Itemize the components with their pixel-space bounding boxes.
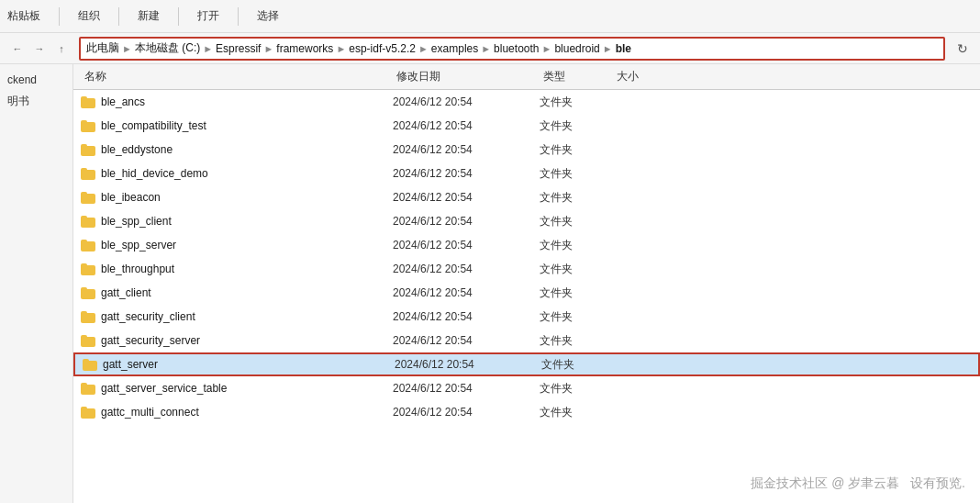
file-list[interactable]: ble_ancs 2024/6/12 20:54 文件夹 ble_compati… [73, 90, 980, 503]
file-name-cell: ble_hid_device_demo [81, 166, 393, 181]
address-bar: ← → ↑ 此电脑 ► 本地磁盘 (C:) ► Espressif ► fram… [0, 33, 980, 64]
file-type-cell: 文件夹 [540, 333, 613, 349]
forward-button[interactable]: → [29, 39, 50, 59]
file-date-cell: 2024/6/12 20:54 [393, 167, 540, 180]
col-header-date[interactable]: 修改日期 [393, 69, 540, 84]
breadcrumb-sep-4: ► [418, 43, 429, 54]
nav-buttons: ← → ↑ [7, 39, 72, 59]
back-button[interactable]: ← [7, 39, 28, 59]
file-date-cell: 2024/6/12 20:54 [393, 406, 540, 419]
sidebar-item-backend[interactable]: ckend [4, 72, 69, 88]
file-name-text: ble_ancs [101, 95, 145, 108]
main-area: ckend 明书 名称 修改日期 类型 大小 ble_ancs 2024/6/1… [0, 64, 980, 503]
column-headers: 名称 修改日期 类型 大小 [73, 64, 980, 90]
table-row[interactable]: ble_eddystone 2024/6/12 20:54 文件夹 [73, 138, 980, 162]
sidebar-item-manual[interactable]: 明书 [4, 92, 69, 111]
col-header-type[interactable]: 类型 [540, 69, 613, 84]
toolbar-clipboard-label: 粘贴板 [7, 8, 40, 24]
file-name-text: gatt_client [101, 286, 151, 299]
breadcrumb-bluedroid[interactable]: bluedroid [554, 42, 599, 55]
file-name-cell: gatt_server_service_table [81, 381, 393, 396]
file-date-cell: 2024/6/12 20:54 [393, 334, 540, 347]
file-name-cell: gatt_security_client [81, 309, 393, 324]
file-name-text: gatt_security_client [101, 310, 195, 323]
toolbar: 粘贴板 组织 新建 打开 选择 [0, 0, 980, 33]
breadcrumb-examples[interactable]: examples [431, 42, 478, 55]
file-name-text: ble_spp_client [101, 215, 172, 228]
table-row[interactable]: gattc_multi_connect 2024/6/12 20:54 文件夹 [73, 400, 980, 424]
file-type-cell: 文件夹 [540, 309, 613, 325]
toolbar-new: 新建 [138, 8, 160, 24]
file-type-cell: 文件夹 [541, 357, 615, 373]
file-name-cell: ble_ancs [81, 95, 393, 109]
table-row[interactable]: gatt_server 2024/6/12 20:54 文件夹 [73, 352, 980, 376]
file-type-cell: 文件夹 [540, 238, 613, 253]
table-row[interactable]: gatt_security_server 2024/6/12 20:54 文件夹 [73, 329, 980, 352]
breadcrumb-sep-6: ► [542, 43, 552, 54]
table-row[interactable]: ble_ibeacon 2024/6/12 20:54 文件夹 [73, 185, 980, 209]
table-row[interactable]: ble_hid_device_demo 2024/6/12 20:54 文件夹 [73, 162, 980, 185]
file-date-cell: 2024/6/12 20:54 [393, 215, 540, 228]
table-row[interactable]: gatt_security_client 2024/6/12 20:54 文件夹 [73, 305, 980, 329]
breadcrumb-bar[interactable]: 此电脑 ► 本地磁盘 (C:) ► Espressif ► frameworks… [79, 37, 945, 61]
file-date-cell: 2024/6/12 20:54 [393, 382, 540, 395]
breadcrumb-sep-3: ► [336, 43, 346, 54]
file-name-cell: ble_eddystone [81, 142, 393, 157]
breadcrumb-computer[interactable]: 此电脑 [86, 40, 119, 56]
file-type-cell: 文件夹 [540, 214, 613, 229]
toolbar-open: 打开 [197, 8, 219, 24]
file-type-cell: 文件夹 [540, 190, 613, 206]
table-row[interactable]: ble_throughput 2024/6/12 20:54 文件夹 [73, 257, 980, 281]
toolbar-separator-1 [59, 7, 60, 26]
table-row[interactable]: ble_spp_client 2024/6/12 20:54 文件夹 [73, 209, 980, 233]
file-name-cell: gatt_security_server [81, 333, 393, 348]
file-type-cell: 文件夹 [540, 285, 613, 301]
file-date-cell: 2024/6/12 20:54 [393, 95, 540, 108]
file-type-cell: 文件夹 [540, 405, 613, 420]
toolbar-select: 选择 [257, 8, 279, 24]
file-date-cell: 2024/6/12 20:54 [393, 191, 540, 204]
toolbar-organize-label: 组织 [78, 8, 100, 24]
table-row[interactable]: gatt_server_service_table 2024/6/12 20:5… [73, 376, 980, 400]
file-date-cell: 2024/6/12 20:54 [393, 143, 540, 156]
file-type-cell: 文件夹 [540, 142, 613, 158]
table-row[interactable]: gatt_client 2024/6/12 20:54 文件夹 [73, 281, 980, 305]
breadcrumb-bluetooth[interactable]: bluetooth [494, 42, 539, 55]
breadcrumb-sep-5: ► [481, 43, 491, 54]
file-name-text: ble_compatibility_test [101, 119, 206, 132]
file-area: 名称 修改日期 类型 大小 ble_ancs 2024/6/12 20:54 文… [73, 64, 980, 503]
file-name-cell: gatt_server [83, 357, 395, 372]
toolbar-separator-4 [238, 7, 239, 26]
file-date-cell: 2024/6/12 20:54 [393, 119, 540, 132]
file-explorer-window: 粘贴板 组织 新建 打开 选择 ← → ↑ 此电脑 ► 本地磁盘 (C:) ► [0, 0, 980, 503]
file-name-cell: ble_ibeacon [81, 190, 393, 205]
toolbar-select-label: 选择 [257, 8, 279, 24]
file-name-cell: gatt_client [81, 285, 393, 300]
file-type-cell: 文件夹 [540, 95, 613, 110]
file-date-cell: 2024/6/12 20:54 [393, 239, 540, 252]
breadcrumb-drive[interactable]: 本地磁盘 (C:) [135, 40, 200, 56]
file-date-cell: 2024/6/12 20:54 [393, 286, 540, 299]
file-name-text: gatt_security_server [101, 334, 200, 347]
col-header-size[interactable]: 大小 [613, 69, 686, 84]
table-row[interactable]: ble_ancs 2024/6/12 20:54 文件夹 [73, 90, 980, 114]
breadcrumb-esp-idf[interactable]: esp-idf-v5.2.2 [349, 42, 416, 55]
breadcrumb-espressif[interactable]: Espressif [216, 42, 261, 55]
breadcrumb-ble[interactable]: ble [616, 42, 631, 55]
breadcrumb-sep-1: ► [203, 43, 213, 54]
table-row[interactable]: ble_spp_server 2024/6/12 20:54 文件夹 [73, 233, 980, 257]
toolbar-organize: 组织 [78, 8, 100, 24]
file-name-text: ble_spp_server [101, 239, 176, 252]
table-row[interactable]: ble_compatibility_test 2024/6/12 20:54 文… [73, 114, 980, 138]
file-date-cell: 2024/6/12 20:54 [393, 310, 540, 323]
file-name-cell: ble_spp_client [81, 214, 393, 229]
file-name-cell: ble_compatibility_test [81, 118, 393, 133]
file-name-text: ble_ibeacon [101, 191, 161, 204]
file-name-text: ble_hid_device_demo [101, 167, 208, 180]
breadcrumb-sep-7: ► [603, 43, 613, 54]
up-button[interactable]: ↑ [51, 39, 72, 59]
toolbar-new-label: 新建 [138, 8, 160, 24]
refresh-button[interactable]: ↻ [952, 39, 973, 59]
breadcrumb-frameworks[interactable]: frameworks [276, 42, 333, 55]
col-header-name[interactable]: 名称 [81, 69, 393, 84]
